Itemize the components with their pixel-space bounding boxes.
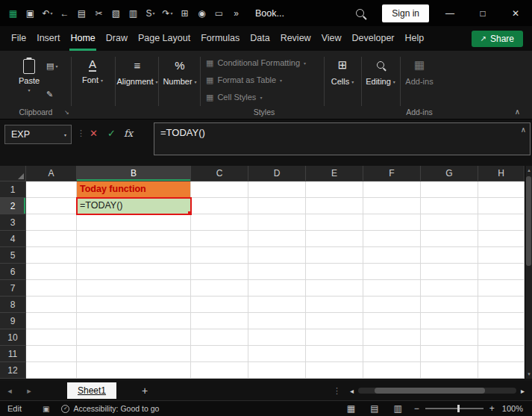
cell-D1[interactable] xyxy=(248,181,306,198)
menu-item-help[interactable]: Help xyxy=(400,26,430,51)
zoom-in-button[interactable]: + xyxy=(489,403,495,414)
cell-E1[interactable] xyxy=(306,181,363,198)
cell-H5[interactable] xyxy=(478,247,525,264)
maximize-button[interactable]: □ xyxy=(466,0,499,26)
conditional-formatting-button[interactable]: ▦Conditional Formatting▾ xyxy=(206,55,322,70)
cell-B10[interactable] xyxy=(77,329,191,346)
cell-D5[interactable] xyxy=(248,247,306,264)
excel-app-icon[interactable]: ▦ xyxy=(4,4,22,22)
sheet-tab-sheet1[interactable]: Sheet1 xyxy=(67,382,116,399)
cell-B8[interactable] xyxy=(77,297,191,313)
cell-F10[interactable] xyxy=(363,329,421,346)
cell-A8[interactable] xyxy=(26,297,77,313)
menu-item-data[interactable]: Data xyxy=(245,26,275,51)
cell-G9[interactable] xyxy=(421,313,478,329)
cell-H12[interactable] xyxy=(478,362,525,379)
cell-A3[interactable] xyxy=(26,214,77,231)
page-layout-view-icon[interactable]: ▤ xyxy=(370,403,378,414)
style-icon[interactable]: S▾ xyxy=(142,4,159,22)
copy-icon[interactable]: ▤ xyxy=(73,4,90,22)
cell-F8[interactable] xyxy=(363,297,421,313)
cell-F11[interactable] xyxy=(363,346,421,362)
zoom-slider-thumb[interactable] xyxy=(457,405,460,412)
cell-E6[interactable] xyxy=(306,264,363,280)
cell-A12[interactable] xyxy=(26,362,77,379)
scroll-right-icon[interactable]: ▸ xyxy=(521,387,525,395)
cell-D7[interactable] xyxy=(248,280,306,297)
cell-H3[interactable] xyxy=(478,214,525,231)
camera-icon[interactable]: ◉ xyxy=(193,4,210,22)
page-break-view-icon[interactable]: ▥ xyxy=(393,403,401,414)
copy-button[interactable]: ▤ ▾ xyxy=(46,61,57,71)
horizontal-scrollbar[interactable]: ◂ ▸ xyxy=(350,387,525,395)
horizontal-scrollbar-track[interactable] xyxy=(358,388,516,394)
cell-D9[interactable] xyxy=(248,313,306,329)
row-header-5[interactable]: 5 xyxy=(0,247,26,264)
cell-H6[interactable] xyxy=(478,264,525,280)
redo-icon[interactable]: ↷▾ xyxy=(159,4,176,22)
column-header-B[interactable]: B xyxy=(77,166,191,181)
cell-H1[interactable] xyxy=(478,181,525,198)
name-box[interactable]: EXP ▾ xyxy=(4,125,72,144)
cell-H7[interactable] xyxy=(478,280,525,297)
cell-E12[interactable] xyxy=(306,362,363,379)
cell-H8[interactable] xyxy=(478,297,525,313)
menu-item-file[interactable]: File xyxy=(6,26,31,51)
cell-A10[interactable] xyxy=(26,329,77,346)
layout-icon[interactable]: ▥ xyxy=(125,4,142,22)
cell-D10[interactable] xyxy=(248,329,306,346)
alignment-button[interactable]: ≡ Alignment ▾ xyxy=(117,57,157,86)
cell-F12[interactable] xyxy=(363,362,421,379)
cell-G2[interactable] xyxy=(421,198,478,214)
cell-E4[interactable] xyxy=(306,231,363,247)
cell-G7[interactable] xyxy=(421,280,478,297)
formula-input[interactable]: =TODAY() xyxy=(154,122,531,155)
cell-A2[interactable] xyxy=(26,198,77,214)
column-header-E[interactable]: E xyxy=(306,166,363,181)
cell-C7[interactable] xyxy=(191,280,248,297)
cell-F6[interactable] xyxy=(363,264,421,280)
cell-D8[interactable] xyxy=(248,297,306,313)
paste-button[interactable]: Paste ▾ xyxy=(12,57,46,93)
cell-G3[interactable] xyxy=(421,214,478,231)
column-header-F[interactable]: F xyxy=(363,166,421,181)
vertical-scrollbar[interactable]: ▴ ▾ xyxy=(525,166,532,379)
cell-F2[interactable] xyxy=(363,198,421,214)
row-header-12[interactable]: 12 xyxy=(0,362,26,379)
menu-item-developer[interactable]: Developer xyxy=(347,26,400,51)
cell-E3[interactable] xyxy=(306,214,363,231)
next-sheet-icon[interactable]: ▸ xyxy=(19,386,39,396)
cell-H9[interactable] xyxy=(478,313,525,329)
cell-C12[interactable] xyxy=(191,362,248,379)
cell-G1[interactable] xyxy=(421,181,478,198)
cancel-icon[interactable]: ✕ xyxy=(90,128,98,139)
table-icon[interactable]: ⊞ xyxy=(176,4,193,22)
save-icon[interactable]: ▣ xyxy=(22,4,39,22)
cell-E11[interactable] xyxy=(306,346,363,362)
column-header-C[interactable]: C xyxy=(191,166,248,181)
scroll-up-icon[interactable]: ▴ xyxy=(525,167,532,173)
cell-F4[interactable] xyxy=(363,231,421,247)
search-icon[interactable] xyxy=(356,9,364,17)
cell-B3[interactable] xyxy=(77,214,191,231)
menu-item-draw[interactable]: Draw xyxy=(101,26,133,51)
cell-A1[interactable] xyxy=(26,181,77,198)
cell-D12[interactable] xyxy=(248,362,306,379)
formula-bar-handle[interactable]: ⋮ xyxy=(77,128,85,138)
menu-item-home[interactable]: Home xyxy=(65,26,100,51)
undo-icon[interactable]: ↶▾ xyxy=(39,4,56,22)
row-header-7[interactable]: 7 xyxy=(0,280,26,297)
cell-A6[interactable] xyxy=(26,264,77,280)
minimize-button[interactable]: — xyxy=(434,0,466,26)
macro-record-icon[interactable]: ▣ xyxy=(43,405,49,413)
cell-D3[interactable] xyxy=(248,214,306,231)
scroll-down-icon[interactable]: ▾ xyxy=(525,371,532,377)
cell-G8[interactable] xyxy=(421,297,478,313)
cell-B12[interactable] xyxy=(77,362,191,379)
sign-in-button[interactable]: Sign in xyxy=(382,4,429,22)
column-header-A[interactable]: A xyxy=(26,166,77,181)
column-header-G[interactable]: G xyxy=(421,166,478,181)
collapse-ribbon-icon[interactable]: ∧ xyxy=(515,108,520,116)
cell-F7[interactable] xyxy=(363,280,421,297)
cell-C11[interactable] xyxy=(191,346,248,362)
